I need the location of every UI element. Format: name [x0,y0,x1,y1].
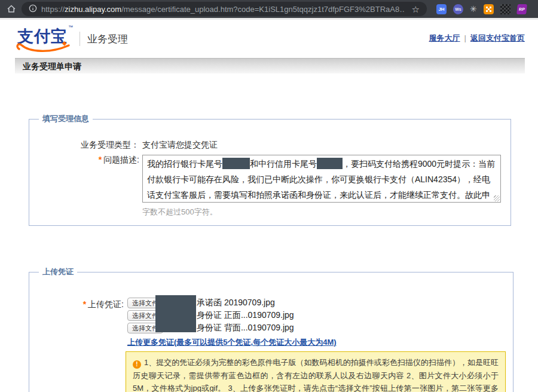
dots-extension-icon[interactable] [484,4,494,14]
required-mark: * [99,155,102,164]
jh-extension-icon[interactable]: JH [436,4,447,14]
service-hall-link[interactable]: 服务大厅 [429,33,460,42]
redacted-card-number-2 [317,158,343,169]
url-host: zizhu.alipay.com [65,5,121,14]
logo-swoosh-icon [15,41,72,53]
upload-notice-box: 1、提交的凭证必须为完整的彩色原件电子版（如数码相机的拍摄件或彩色扫描仪的扫描件… [126,351,506,392]
upload-more-link[interactable]: 上传更多凭证(最多可以提供5个凭证,每个凭证大小最大为4M) [127,337,337,348]
browser-toolbar: https://zizhu.alipay.com/message/certifi… [0,0,538,18]
description-text-part1: 我的招行银行卡尾号 [147,159,222,169]
file-name: 身份证 正面...0190709.jpg [197,310,294,321]
links-separator: | [464,33,466,42]
character-limit-hint: 字数不超过500字符。 [142,207,503,218]
upload-notice-text: 1、提交的凭证必须为完整的彩色原件电子版（如数码相机的拍摄件或彩色扫描仪的扫描件… [133,358,499,392]
back-to-alipay-home-link[interactable]: 返回支付宝首页 [470,33,525,42]
upload-label: *上传凭证: [36,297,124,392]
acceptance-type-value: 支付宝请您提交凭证 [142,140,218,151]
section-title-bar: 业务受理单申请 [15,58,525,74]
qr-extension-icon[interactable] [500,4,511,14]
problem-description-row: *问题描述: 我的招行银行卡尾号和中行信用卡尾号，要扫码支付给携程9000元时提… [36,155,503,203]
file-name: 身份证 背面...0190709.jpg [197,323,294,333]
rp-extension-icon[interactable]: RP [516,4,527,14]
bookmark-star-icon[interactable]: ☆ [412,5,420,14]
site-info-icon[interactable] [29,4,37,14]
atom-extension-icon[interactable] [470,4,477,14]
acceptance-info-fieldset: 填写受理信息 业务受理类型： 支付宝请您提交凭证 *问题描述: 我的招行银行卡尾… [29,114,511,226]
home-icon[interactable] [6,4,17,14]
upload-files-column: 选择文件 承诺函 20190709.jpg 选择文件 身份证 正面...0190… [127,297,506,392]
app-title: 业务受理 [87,32,128,46]
acceptance-type-row: 业务受理类型： 支付宝请您提交凭证 [36,140,503,151]
address-bar[interactable]: https://zizhu.alipay.com/message/certifi… [22,2,427,16]
trademark-mark: ™ [68,24,73,30]
acceptance-type-label: 业务受理类型： [36,140,139,151]
screenshot-root: https://zizhu.alipay.com/message/certifi… [0,0,538,392]
upload-certificates-legend: 上传凭证 [39,267,77,277]
upload-row: *上传凭证: 选择文件 承诺函 20190709.jpg 选择文件 身份证 正面… [36,297,506,392]
redacted-filenames-block [155,295,196,332]
url-path: /message/certificate_upload.htm?code=K1i… [121,5,404,14]
alipay-logo[interactable]: 支付宝 ™ [15,24,72,53]
redacted-card-number-1 [222,158,250,169]
url-text: https://zizhu.alipay.com/message/certifi… [41,5,404,14]
acceptance-info-legend: 填写受理信息 [39,114,93,124]
file-name: 承诺函 20190709.jpg [197,298,275,308]
section-title: 业务受理单申请 [15,59,525,72]
warning-icon [133,360,141,369]
header-links: 服务大厅|返回支付宝首页 [429,33,525,44]
textarea-resize-handle[interactable] [494,195,500,201]
description-text-part2: 和中行信用卡尾号 [250,159,317,169]
header-left: 支付宝 ™ 业务受理 [15,24,128,53]
header-divider [80,32,80,46]
required-mark: * [83,299,86,309]
upload-certificates-fieldset: 上传凭证 *上传凭证: 选择文件 承诺函 20190709.jpg 选择文件 身… [29,267,513,392]
problem-description-textarea[interactable]: 我的招行银行卡尾号和中行信用卡尾号，要扫码支付给携程9000元时提示：当前付款银… [142,155,501,203]
extensions-area: JH Ws RP [436,4,527,14]
problem-description-label: *问题描述: [36,155,139,203]
url-scheme: https:// [41,5,65,14]
ws-extension-icon[interactable]: Ws [453,4,463,14]
site-header: 支付宝 ™ 业务受理 服务大厅|返回支付宝首页 [0,20,538,58]
